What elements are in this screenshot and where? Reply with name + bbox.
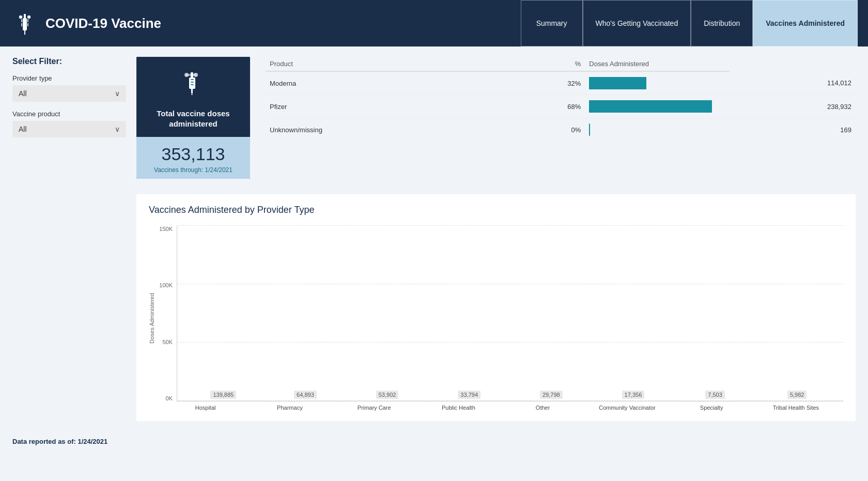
chart-with-axes: 0K 50K 100K 150K	[158, 226, 843, 411]
x-axis-label: Tribal Health Sites	[754, 405, 838, 411]
product-bar-cell	[585, 71, 730, 95]
y-axis-label: Doses Administered	[149, 226, 155, 411]
svg-rect-1	[24, 14, 26, 18]
bars-row: 139,88564,89353,90233,79429,79817,3567,5…	[177, 226, 843, 401]
provider-type-label: Provider type	[12, 74, 126, 82]
bar-value-label: 17,356	[622, 391, 645, 399]
total-card-label: Total vaccine doses administered	[145, 108, 242, 129]
bar-group: 17,356	[592, 391, 674, 401]
x-axis-label: Specialty	[670, 405, 754, 411]
svg-rect-16	[191, 84, 194, 85]
tab-summary[interactable]: Summary	[521, 0, 583, 46]
filter-title: Select Filter:	[12, 57, 126, 66]
svg-rect-5	[27, 19, 28, 22]
header: COVID-19 Vaccine Summary Who's Getting V…	[0, 0, 868, 46]
col-percent: %	[501, 57, 585, 71]
product-doses: 169	[730, 118, 856, 142]
svg-rect-19	[186, 74, 196, 76]
svg-rect-14	[191, 79, 194, 80]
y-tick-50: 50K	[158, 339, 177, 345]
total-doses-card: Total vaccine doses administered 353,113…	[136, 57, 250, 179]
col-product: Product	[266, 57, 501, 71]
col-doses: Doses Administered	[585, 57, 730, 71]
svg-rect-15	[191, 82, 194, 83]
stats-area: Total vaccine doses administered 353,113…	[136, 57, 856, 421]
x-axis-label: Pharmacy	[247, 405, 332, 411]
chart-section: Vaccines Administered by Provider Type D…	[136, 194, 856, 421]
app-title: COVID-19 Vaccine	[45, 15, 161, 32]
x-axis-label: Other	[501, 405, 585, 411]
tab-distribution[interactable]: Distribution	[691, 0, 753, 46]
product-name: Pfizer	[266, 95, 501, 118]
bar-value-label: 33,794	[458, 391, 481, 399]
product-name: Unknown/missing	[266, 118, 501, 142]
svg-rect-2	[23, 18, 27, 30]
x-axis-label: Community Vaccinator	[585, 405, 669, 411]
y-tick-100: 100K	[158, 282, 177, 288]
footer-text: Data reported as of: 1/24/2021	[12, 438, 107, 445]
bar-value-label: 29,798	[540, 391, 563, 399]
x-axis-label: Public Health	[416, 405, 501, 411]
provider-type-select-wrapper[interactable]: All	[12, 85, 126, 102]
bar-value-label: 53,902	[376, 391, 399, 399]
x-axis-labels: HospitalPharmacyPrimary CarePublic Healt…	[158, 405, 843, 411]
total-doses-date: Vaccines through: 1/24/2021	[145, 166, 242, 174]
y-axis-ticks: 0K 50K 100K 150K	[158, 226, 177, 401]
product-percent: 32%	[501, 71, 585, 95]
product-percent: 0%	[501, 118, 585, 142]
x-axis-label: Hospital	[163, 405, 247, 411]
y-tick-150: 150K	[158, 226, 177, 232]
chart-area: Doses Administered 0K 50K 100K 150K	[149, 226, 843, 411]
footer: Data reported as of: 1/24/2021	[0, 431, 868, 452]
product-bar-cell	[585, 95, 730, 118]
bar-value-label: 139,885	[210, 391, 236, 399]
product-table: Product % Doses Administered Moderna32%1…	[266, 57, 856, 142]
chart-grid: 0K 50K 100K 150K	[158, 226, 843, 401]
vaccine-logo-icon	[10, 9, 39, 38]
product-bar	[589, 77, 646, 89]
table-row: Moderna32%114,012	[266, 71, 856, 95]
total-card-header: Total vaccine doses administered	[136, 57, 250, 137]
chart-title: Vaccines Administered by Provider Type	[149, 205, 843, 215]
svg-rect-7	[27, 23, 28, 26]
product-doses: 238,932	[730, 95, 856, 118]
chart-plot: 139,88564,89353,90233,79429,79817,3567,5…	[177, 226, 843, 401]
product-percent: 68%	[501, 95, 585, 118]
main-content: Select Filter: Provider type All Vaccine…	[0, 46, 868, 431]
total-doses-number: 353,113	[145, 144, 242, 164]
syringe-icon	[145, 67, 242, 103]
product-bar	[589, 100, 712, 113]
svg-point-9	[19, 15, 22, 19]
table-row: Pfizer68%238,932	[266, 95, 856, 118]
vaccine-product-label: Vaccine product	[12, 110, 126, 118]
tab-vaccines-administered[interactable]: Vaccines Administered	[753, 0, 858, 46]
bar-group: 64,893	[265, 391, 347, 401]
top-area: Total vaccine doses administered 353,113…	[136, 57, 856, 179]
vaccine-product-select[interactable]: All	[12, 121, 126, 137]
svg-rect-6	[21, 23, 22, 26]
provider-type-select[interactable]: All	[12, 85, 126, 102]
bar-value-label: 64,893	[294, 391, 317, 399]
tab-who-getting-vaccinated[interactable]: Who's Getting Vaccinated	[583, 0, 691, 46]
y-tick-0: 0K	[158, 395, 177, 401]
table-row: Unknown/missing0%169	[266, 118, 856, 142]
svg-point-8	[27, 15, 30, 19]
bar-group: 29,798	[510, 391, 593, 401]
bar-group: 53,902	[346, 391, 428, 401]
bar-group: 5,982	[756, 391, 838, 401]
product-bar	[589, 123, 590, 136]
bar-group: 33,794	[428, 391, 510, 401]
product-name: Moderna	[266, 71, 501, 95]
bar-group: 139,885	[182, 391, 265, 401]
product-bar-cell	[585, 118, 730, 142]
bar-value-label: 7,503	[705, 391, 725, 399]
vaccine-product-select-wrapper[interactable]: All	[12, 121, 126, 137]
header-logo: COVID-19 Vaccine	[10, 9, 521, 38]
svg-rect-4	[21, 19, 22, 22]
bar-value-label: 5,982	[787, 391, 807, 399]
svg-rect-3	[24, 30, 25, 35]
bar-group: 7,503	[674, 391, 756, 401]
nav-tabs: Summary Who's Getting Vaccinated Distrib…	[521, 0, 858, 46]
filter-sidebar: Select Filter: Provider type All Vaccine…	[12, 57, 126, 137]
product-doses: 114,012	[730, 71, 856, 95]
